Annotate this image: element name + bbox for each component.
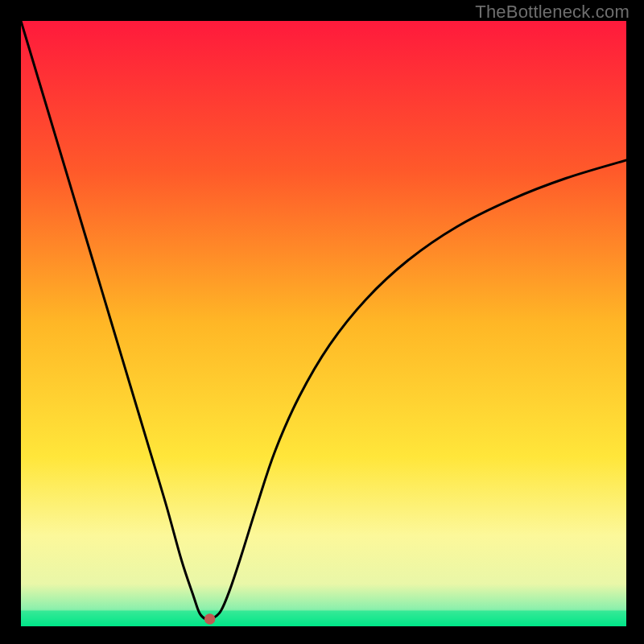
optimal-band xyxy=(21,610,626,626)
chart-frame: TheBottleneck.com xyxy=(0,0,644,644)
optimal-marker xyxy=(204,613,216,625)
plot-area xyxy=(21,21,626,626)
chart-svg xyxy=(21,21,626,626)
watermark-text: TheBottleneck.com xyxy=(475,2,630,23)
